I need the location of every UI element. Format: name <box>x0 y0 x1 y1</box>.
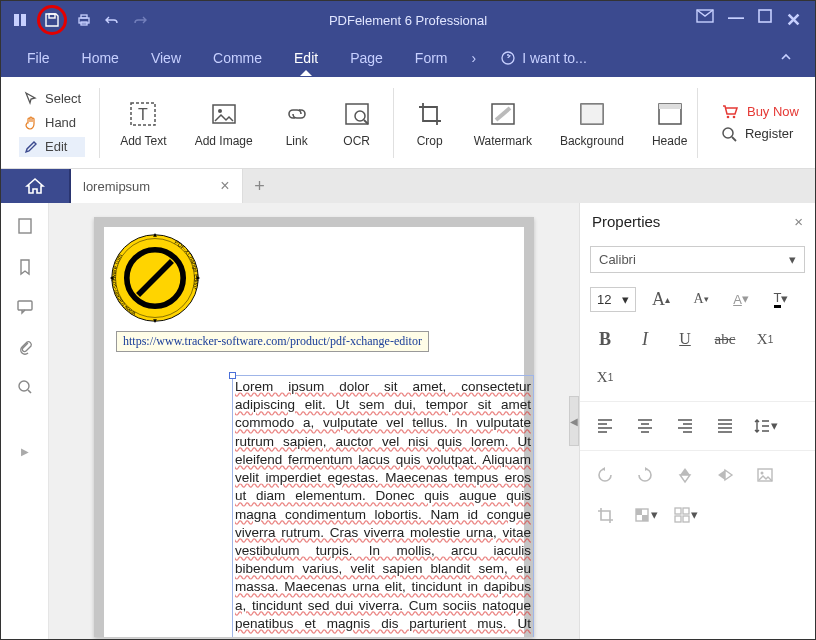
svg-rect-27 <box>19 219 31 233</box>
menu-comment[interactable]: Comme <box>197 42 278 74</box>
shrink-font-button[interactable]: A▾ <box>686 285 716 313</box>
more-tools-button[interactable]: ▾ <box>670 501 700 529</box>
close-button[interactable]: ✕ <box>786 9 801 31</box>
flip-horizontal-button[interactable] <box>710 461 740 489</box>
ribbon-add-text[interactable]: T Add Text <box>106 83 180 163</box>
rotate-right-button[interactable] <box>630 461 660 489</box>
hyperlink-box[interactable]: https://www.tracker-software.com/product… <box>116 331 429 352</box>
redo-icon[interactable] <box>129 9 151 31</box>
ribbon-toolbar: Select Hand Edit T Add Text Add Image Li… <box>1 77 815 169</box>
menu-page[interactable]: Page <box>334 42 399 74</box>
buy-now-button[interactable]: Buy Now <box>721 104 799 120</box>
mode-hand-label: Hand <box>45 115 76 130</box>
highlight-color-button[interactable]: A▾ <box>726 285 756 313</box>
ribbon-link[interactable]: Link <box>267 83 327 163</box>
mode-edit[interactable]: Edit <box>19 137 85 157</box>
opacity-button[interactable]: ▾ <box>630 501 660 529</box>
ocr-icon <box>341 98 373 130</box>
close-properties-icon[interactable]: × <box>794 213 803 230</box>
menu-edit[interactable]: Edit <box>278 42 334 74</box>
svg-rect-12 <box>213 105 235 123</box>
close-tab-icon[interactable]: × <box>220 177 229 195</box>
new-tab-button[interactable]: + <box>243 169 277 203</box>
mode-hand[interactable]: Hand <box>19 113 85 133</box>
svg-rect-42 <box>636 509 648 521</box>
minimize-button[interactable]: — <box>728 9 744 31</box>
ribbon-header[interactable]: Heade <box>638 83 691 163</box>
document-area[interactable]: PDF-XChange Editor www.tracker-software.… <box>49 203 579 639</box>
grow-font-button[interactable]: A▴ <box>646 285 676 313</box>
align-justify-button[interactable] <box>710 412 740 440</box>
font-size-value: 12 <box>597 292 611 307</box>
svg-marker-36 <box>153 233 157 237</box>
attachments-icon[interactable] <box>17 338 33 361</box>
side-toolbar: ▶ <box>1 203 49 639</box>
title-bar: PDFelement 6 Professional — ✕ <box>1 1 815 39</box>
document-tab[interactable]: loremipsum × <box>71 169 243 203</box>
svg-rect-28 <box>18 301 32 310</box>
align-center-button[interactable] <box>630 412 660 440</box>
italic-button[interactable]: I <box>630 325 660 353</box>
mail-icon[interactable] <box>696 9 714 31</box>
ribbon-add-image-label: Add Image <box>195 134 253 148</box>
menu-file[interactable]: File <box>11 42 66 74</box>
collapse-props-handle[interactable]: ◀ <box>569 396 579 446</box>
ribbon-add-image[interactable]: Add Image <box>181 83 267 163</box>
svg-rect-17 <box>492 104 514 124</box>
want-to-button[interactable]: I want to... <box>500 50 587 66</box>
ribbon-link-label: Link <box>286 134 308 148</box>
svg-marker-37 <box>153 319 157 323</box>
font-size-select[interactable]: 12▾ <box>590 287 636 312</box>
svg-rect-6 <box>697 10 713 22</box>
menu-more-icon[interactable]: › <box>464 50 485 66</box>
crop-image-button[interactable] <box>590 501 620 529</box>
svg-point-23 <box>727 115 730 118</box>
menu-view[interactable]: View <box>135 42 197 74</box>
superscript-button[interactable]: X1 <box>750 325 780 353</box>
font-color-button[interactable]: T▾ <box>766 285 796 313</box>
expand-sidebar-icon[interactable]: ▶ <box>21 446 29 457</box>
ribbon-watermark[interactable]: Watermark <box>460 83 546 163</box>
mode-select[interactable]: Select <box>19 89 85 109</box>
svg-line-30 <box>28 390 31 393</box>
replace-image-button[interactable] <box>750 461 780 489</box>
line-spacing-button[interactable]: ▾ <box>750 412 780 440</box>
svg-rect-47 <box>675 516 681 522</box>
font-family-select[interactable]: Calibri ▾ <box>590 246 805 273</box>
subscript-button[interactable]: X1 <box>590 363 620 391</box>
svg-line-33 <box>138 261 172 295</box>
home-tab-button[interactable] <box>1 169 71 203</box>
comments-icon[interactable] <box>16 299 34 320</box>
body-text-block[interactable]: Lorem ipsum dolor sit amet, consectetur … <box>232 375 534 637</box>
ribbon-background[interactable]: Background <box>546 83 638 163</box>
background-icon <box>576 98 608 130</box>
menu-form[interactable]: Form <box>399 42 464 74</box>
flip-vertical-button[interactable] <box>670 461 700 489</box>
save-icon[interactable] <box>41 9 63 31</box>
watermark-stamp: PDF-XChange Editor www.tracker-software.… <box>108 231 202 325</box>
header-icon <box>654 98 686 130</box>
register-button[interactable]: Register <box>721 126 799 142</box>
selection-handle[interactable] <box>229 372 236 379</box>
strikethrough-button[interactable]: abc <box>710 325 740 353</box>
search-icon[interactable] <box>17 379 33 400</box>
menu-bar: File Home View Comme Edit Page Form › I … <box>1 39 815 77</box>
undo-icon[interactable] <box>101 9 123 31</box>
svg-point-8 <box>502 52 514 64</box>
maximize-button[interactable] <box>758 9 772 31</box>
thumbnails-icon[interactable] <box>17 217 33 240</box>
collapse-ribbon-icon[interactable] <box>767 50 805 67</box>
align-left-button[interactable] <box>590 412 620 440</box>
print-icon[interactable] <box>73 9 95 31</box>
ribbon-background-label: Background <box>560 134 624 148</box>
bookmarks-icon[interactable] <box>18 258 32 281</box>
underline-button[interactable]: U <box>670 325 700 353</box>
menu-home[interactable]: Home <box>66 42 135 74</box>
align-right-button[interactable] <box>670 412 700 440</box>
ribbon-ocr[interactable]: OCR <box>327 83 387 163</box>
bold-button[interactable]: B <box>590 325 620 353</box>
rotate-left-button[interactable] <box>590 461 620 489</box>
app-logo-icon[interactable] <box>9 9 31 31</box>
svg-point-32 <box>127 250 183 306</box>
ribbon-crop[interactable]: Crop <box>400 83 460 163</box>
